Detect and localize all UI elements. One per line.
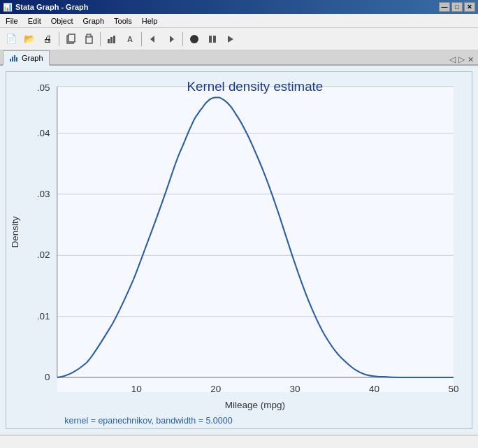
svg-text:Kernel density estimate: Kernel density estimate xyxy=(187,79,324,94)
svg-text:0: 0 xyxy=(45,372,50,382)
separator-3 xyxy=(141,32,142,46)
separator-4 xyxy=(182,32,183,46)
tab-graph[interactable]: Graph xyxy=(3,50,50,66)
graph-panel: 0 .01 .02 .03 .04 .05 Density 10 20 xyxy=(0,66,478,435)
menu-file[interactable]: File xyxy=(1,15,22,27)
svg-text:.05: .05 xyxy=(37,82,50,93)
pause-button[interactable] xyxy=(204,31,221,48)
svg-text:20: 20 xyxy=(210,384,221,394)
svg-rect-1 xyxy=(68,34,75,42)
svg-rect-6 xyxy=(113,36,115,43)
chart-type-button[interactable] xyxy=(103,31,120,48)
separator-1 xyxy=(59,32,59,46)
main-area: Graph ◁ ▷ ✕ xyxy=(0,50,478,448)
svg-rect-3 xyxy=(87,34,91,37)
window-title: Stata Graph - Graph xyxy=(15,3,89,11)
play-button[interactable] xyxy=(222,31,239,48)
tab-bar: Graph ◁ ▷ ✕ xyxy=(0,50,478,66)
svg-rect-4 xyxy=(108,39,110,43)
tab-controls: ◁ ▷ ✕ xyxy=(449,55,478,64)
title-bar-left: 📊 Stata Graph - Graph xyxy=(3,3,89,12)
svg-text:kernel = epanechnikov, bandwid: kernel = epanechnikov, bandwidth = 5.000… xyxy=(64,416,232,426)
svg-marker-8 xyxy=(170,36,174,43)
separator-2 xyxy=(100,32,101,46)
svg-rect-5 xyxy=(110,37,113,43)
svg-rect-11 xyxy=(213,36,216,43)
svg-rect-13 xyxy=(10,59,11,62)
menu-graph[interactable]: Graph xyxy=(79,15,109,27)
text-button[interactable]: A xyxy=(122,31,138,48)
maximize-button[interactable]: □ xyxy=(451,2,463,12)
svg-text:10: 10 xyxy=(131,384,142,394)
menu-tools[interactable]: Tools xyxy=(110,15,136,27)
svg-rect-15 xyxy=(14,55,15,62)
svg-rect-16 xyxy=(16,57,17,62)
svg-point-9 xyxy=(190,35,198,43)
svg-text:30: 30 xyxy=(290,384,300,394)
graph-content: 0 .01 .02 .03 .04 .05 Density 10 20 xyxy=(6,71,472,429)
svg-rect-18 xyxy=(57,87,454,392)
new-button[interactable]: 📄 xyxy=(3,31,20,48)
close-button[interactable]: ✕ xyxy=(464,2,475,12)
print-button[interactable]: 🖨 xyxy=(39,31,56,48)
svg-rect-14 xyxy=(12,57,13,62)
tab-next-button[interactable]: ▷ xyxy=(458,55,465,64)
menu-bar: File Edit Object Graph Tools Help xyxy=(0,14,478,28)
svg-text:50: 50 xyxy=(448,384,458,394)
menu-object[interactable]: Object xyxy=(47,15,78,27)
back-button[interactable] xyxy=(145,31,161,48)
toolbar: 📄 📂 🖨 A xyxy=(0,28,478,50)
svg-marker-12 xyxy=(228,36,233,43)
copy-button[interactable] xyxy=(62,31,79,48)
svg-text:.04: .04 xyxy=(37,128,50,138)
app-icon: 📊 xyxy=(3,3,13,12)
svg-text:Mileage (mpg): Mileage (mpg) xyxy=(225,400,285,410)
forward-button[interactable] xyxy=(163,31,180,48)
tab-close-button[interactable]: ✕ xyxy=(468,55,474,64)
stop-button[interactable] xyxy=(186,31,203,48)
svg-text:.02: .02 xyxy=(37,250,50,260)
svg-text:Density: Density xyxy=(10,216,20,247)
tab-prev-button[interactable]: ◁ xyxy=(449,55,456,64)
title-bar: 📊 Stata Graph - Graph — □ ✕ xyxy=(0,0,478,14)
kernel-density-chart: 0 .01 .02 .03 .04 .05 Density 10 20 xyxy=(6,72,472,428)
svg-rect-10 xyxy=(209,36,212,43)
paste-button[interactable] xyxy=(80,31,97,48)
minimize-button[interactable]: — xyxy=(439,2,450,12)
svg-text:.01: .01 xyxy=(37,311,50,321)
graph-tab-icon xyxy=(9,53,19,63)
svg-text:40: 40 xyxy=(369,384,379,394)
menu-edit[interactable]: Edit xyxy=(24,15,45,27)
open-button[interactable]: 📂 xyxy=(21,31,38,48)
menu-help[interactable]: Help xyxy=(138,15,162,27)
svg-marker-7 xyxy=(150,36,154,43)
tab-graph-label: Graph xyxy=(22,54,43,62)
svg-text:.03: .03 xyxy=(37,189,50,199)
title-bar-controls[interactable]: — □ ✕ xyxy=(439,2,475,12)
status-bar xyxy=(0,435,478,448)
